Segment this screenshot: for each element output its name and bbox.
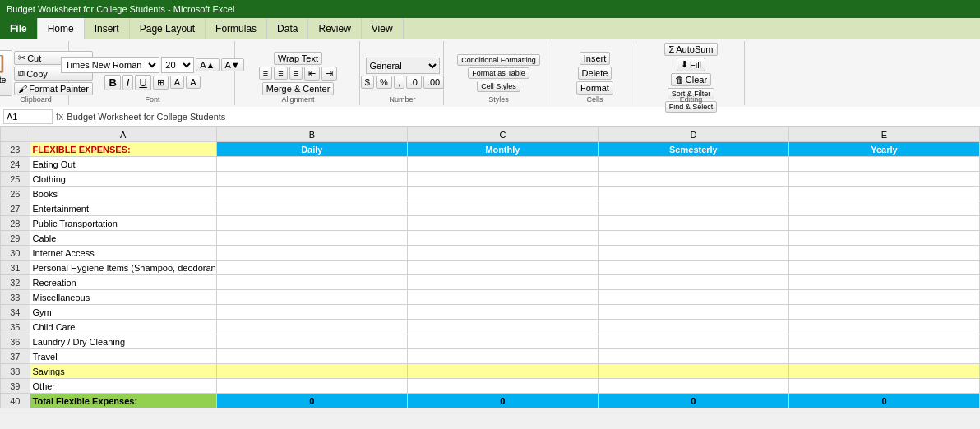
cell-34-A[interactable]: Gym	[30, 305, 216, 320]
cell-33-C[interactable]	[407, 290, 598, 305]
cell-26-E[interactable]	[788, 187, 979, 201]
cell-25-A[interactable]: Clothing	[30, 172, 216, 187]
tab-insert[interactable]: Insert	[85, 18, 130, 39]
cell-33-A[interactable]: Miscellaneous	[30, 290, 216, 305]
cell-25-D[interactable]	[598, 172, 788, 187]
tab-file[interactable]: File	[0, 18, 38, 39]
cell-24-D[interactable]	[598, 157, 788, 172]
cell-27-E[interactable]	[788, 201, 979, 216]
comma-button[interactable]: ,	[394, 76, 404, 89]
cell-40-C[interactable]: 0	[407, 394, 598, 408]
cell-30-C[interactable]	[407, 246, 598, 261]
cell-33-B[interactable]	[216, 290, 407, 305]
cell-37-A[interactable]: Travel	[30, 349, 216, 364]
cell-31-E[interactable]	[788, 261, 979, 275]
cell-25-B[interactable]	[216, 172, 407, 187]
cell-38-E[interactable]	[788, 364, 979, 379]
cell-27-C[interactable]	[407, 201, 598, 216]
decrease-indent-button[interactable]: ⇤	[304, 67, 320, 81]
cell-40-A[interactable]: Total Flexible Expenses:	[30, 394, 216, 408]
col-header-b[interactable]: B	[216, 127, 407, 142]
cell-38-A[interactable]: Savings	[30, 364, 216, 379]
clear-button[interactable]: 🗑 Clear	[671, 73, 711, 86]
cell-23-E[interactable]: Yearly	[788, 142, 979, 157]
cell-35-D[interactable]	[598, 320, 788, 334]
cell-30-B[interactable]	[216, 246, 407, 261]
cell-29-D[interactable]	[598, 231, 788, 246]
cell-32-A[interactable]: Recreation	[30, 275, 216, 290]
merge-center-button[interactable]: Merge & Center	[262, 82, 335, 95]
cell-28-C[interactable]	[407, 216, 598, 231]
fill-button[interactable]: ⬇ Fill	[677, 58, 705, 72]
cell-27-A[interactable]: Entertainment	[30, 201, 216, 216]
cell-29-A[interactable]: Cable	[30, 231, 216, 246]
increase-decimal-button[interactable]: .0	[406, 76, 422, 89]
cell-28-A[interactable]: Public Transportation	[30, 216, 216, 231]
cell-30-A[interactable]: Internet Access	[30, 246, 216, 261]
tab-review[interactable]: Review	[308, 18, 361, 39]
cell-35-C[interactable]	[407, 320, 598, 334]
cell-39-B[interactable]	[216, 379, 407, 394]
increase-font-button[interactable]: A▲	[196, 58, 219, 72]
cell-37-D[interactable]	[598, 349, 788, 364]
cell-32-E[interactable]	[788, 275, 979, 290]
cell-38-C[interactable]	[407, 364, 598, 379]
cell-29-E[interactable]	[788, 231, 979, 246]
cell-36-D[interactable]	[598, 334, 788, 349]
cell-30-D[interactable]	[598, 246, 788, 261]
cell-27-B[interactable]	[216, 201, 407, 216]
cell-23-D[interactable]: Semesterly	[598, 142, 788, 157]
delete-button[interactable]: Delete	[578, 67, 612, 80]
col-header-d[interactable]: D	[598, 127, 788, 142]
cell-39-A[interactable]: Other	[30, 379, 216, 394]
cell-23-B[interactable]: Daily	[216, 142, 407, 157]
cell-40-B[interactable]: 0	[216, 394, 407, 408]
cell-29-B[interactable]	[216, 231, 407, 246]
cell-27-D[interactable]	[598, 201, 788, 216]
align-left-button[interactable]: ≡	[259, 67, 272, 80]
currency-button[interactable]: $	[361, 76, 374, 89]
tab-home[interactable]: Home	[38, 18, 85, 39]
cell-24-A[interactable]: Eating Out	[30, 157, 216, 172]
insert-button[interactable]: Insert	[580, 52, 611, 65]
cell-styles-button[interactable]: Cell Styles	[477, 81, 520, 92]
cell-35-E[interactable]	[788, 320, 979, 334]
tab-page-layout[interactable]: Page Layout	[130, 18, 206, 39]
percent-button[interactable]: %	[376, 76, 392, 89]
cell-28-B[interactable]	[216, 216, 407, 231]
cell-31-C[interactable]	[407, 261, 598, 275]
cell-26-B[interactable]	[216, 187, 407, 201]
cell-31-A[interactable]: Personal Hygiene Items (Shampoo, deodora…	[30, 261, 216, 275]
conditional-formatting-button[interactable]: Conditional Formatting	[457, 54, 540, 66]
format-as-table-button[interactable]: Format as Table	[468, 67, 529, 79]
cell-35-A[interactable]: Child Care	[30, 320, 216, 334]
italic-button[interactable]: I	[122, 75, 134, 90]
cell-26-D[interactable]	[598, 187, 788, 201]
format-button[interactable]: Format	[576, 81, 613, 95]
autosum-button[interactable]: Σ AutoSum	[664, 43, 717, 56]
cell-34-D[interactable]	[598, 305, 788, 320]
cell-25-E[interactable]	[788, 172, 979, 187]
cell-36-A[interactable]: Laundry / Dry Cleaning	[30, 334, 216, 349]
align-center-button[interactable]: ≡	[274, 67, 287, 80]
border-button[interactable]: ⊞	[153, 76, 169, 90]
font-color-button[interactable]: A	[186, 76, 200, 89]
cell-39-C[interactable]	[407, 379, 598, 394]
cell-36-B[interactable]	[216, 334, 407, 349]
col-header-a[interactable]: A	[30, 127, 216, 142]
cell-33-E[interactable]	[788, 290, 979, 305]
cell-40-D[interactable]: 0	[598, 394, 788, 408]
cell-24-B[interactable]	[216, 157, 407, 172]
font-family-select[interactable]: Times New Roman	[61, 57, 159, 73]
font-size-select[interactable]: 20	[161, 57, 194, 73]
cell-32-B[interactable]	[216, 275, 407, 290]
tab-data[interactable]: Data	[267, 18, 308, 39]
tab-view[interactable]: View	[362, 18, 404, 39]
cell-23-C[interactable]: Monthly	[407, 142, 598, 157]
cell-34-E[interactable]	[788, 305, 979, 320]
cell-30-E[interactable]	[788, 246, 979, 261]
cell-34-B[interactable]	[216, 305, 407, 320]
cell-36-E[interactable]	[788, 334, 979, 349]
increase-indent-button[interactable]: ⇥	[321, 67, 337, 81]
cell-39-D[interactable]	[598, 379, 788, 394]
